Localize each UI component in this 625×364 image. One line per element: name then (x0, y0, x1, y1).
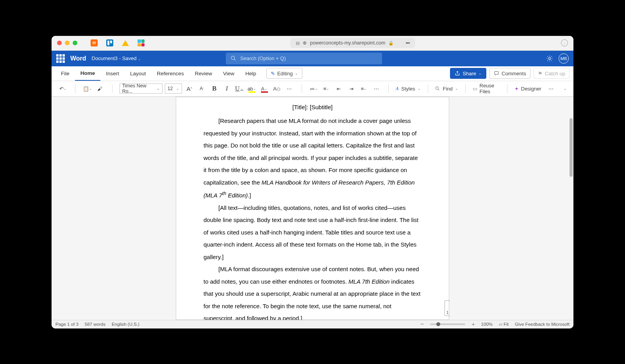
word-header: Word Document3 - Saved ⌄ Search (Option … (52, 51, 573, 66)
document-page[interactable]: [Title]: [Subtitle] [Research papers tha… (176, 97, 449, 320)
svg-line-1 (234, 59, 236, 60)
highlight-button[interactable]: ab⌄ (247, 83, 257, 94)
styles-button[interactable]: 𝐴 Styles⌄ (393, 83, 423, 94)
search-placeholder: Search (Option + Q) (240, 55, 286, 61)
editing-mode-button[interactable]: ✎ Editing ⌄ (266, 68, 303, 79)
underline-button[interactable]: U⌄ (234, 83, 245, 94)
tab-help[interactable]: Help (240, 66, 262, 81)
app-launcher-icon[interactable] (56, 54, 65, 63)
word-count[interactable]: 587 words (85, 322, 105, 327)
mac-titlebar: H ▤ ⊕ powerconcepts-my.sharepoint.com 🔒 … (52, 36, 573, 51)
decrease-indent-button[interactable]: ⇤ (334, 83, 344, 94)
tab-insert[interactable]: Insert (100, 66, 125, 81)
search-icon (230, 55, 236, 61)
catchup-label: Catch up (545, 71, 565, 76)
bold-button[interactable]: B (209, 83, 220, 94)
comments-label: Comments (502, 71, 526, 76)
status-bar: Page 1 of 3 587 words English (U.S.) − +… (52, 320, 573, 328)
user-avatar[interactable]: MB (559, 53, 569, 64)
tab-view[interactable]: View (218, 66, 240, 81)
find-button[interactable]: Find⌄ (432, 83, 460, 94)
reuse-files-button[interactable]: ▭ Reuse Files (470, 83, 502, 94)
zoom-level[interactable]: 100% (481, 322, 493, 327)
svg-point-0 (231, 56, 235, 60)
search-icon (435, 86, 440, 91)
grow-font-button[interactable]: A^ (184, 83, 195, 94)
document-title: [Title]: [Subtitle] (204, 101, 421, 114)
app-window: H ▤ ⊕ powerconcepts-my.sharepoint.com 🔒 … (52, 36, 573, 328)
file-icon: ▭ (473, 86, 477, 92)
clear-format-button[interactable]: A◇ (272, 83, 282, 94)
paragraph-1: [Research papers that use MLA format do … (204, 115, 421, 202)
svg-point-3 (436, 87, 439, 89)
undo-button[interactable]: ↶⌄ (58, 83, 68, 94)
font-size-value: 12 (168, 86, 173, 91)
italic-button[interactable]: I (222, 83, 232, 94)
app-name: Word (70, 55, 86, 62)
font-family-value: Times New Ro... (122, 83, 154, 94)
browser-extension-icons: H (91, 39, 145, 46)
designer-button[interactable]: ✦ Designer (512, 83, 544, 94)
zoom-slider[interactable] (430, 323, 465, 325)
more-font-button[interactable]: ⋯ (284, 83, 295, 94)
increase-indent-button[interactable]: ⇥ (346, 83, 356, 94)
format-painter-button[interactable]: 🖌 (95, 83, 105, 94)
align-button[interactable]: ≡⌄ (359, 83, 369, 94)
vertical-scrollbar[interactable] (570, 118, 573, 177)
extension-h-icon[interactable]: H (91, 39, 98, 46)
search-input[interactable]: Search (Option + Q) (226, 53, 382, 64)
font-size-select[interactable]: 12⌄ (165, 83, 182, 94)
maximize-window-button[interactable] (73, 41, 77, 45)
slack-icon[interactable] (138, 39, 145, 46)
zoom-out-button[interactable]: − (420, 321, 424, 328)
fit-button[interactable]: ▱ Fit (499, 321, 509, 327)
font-color-button[interactable]: A⌄ (259, 83, 270, 94)
url-bar[interactable]: ▤ ⊕ powerconcepts-my.sharepoint.com 🔒 ••… (290, 38, 415, 48)
more-icon[interactable]: ••• (405, 40, 409, 46)
collapse-ribbon-button[interactable]: ⌄ (561, 83, 570, 94)
paste-button[interactable]: 📋⌄ (82, 83, 93, 94)
designer-icon: ✦ (514, 86, 519, 92)
editing-label: Editing (277, 71, 293, 76)
share-label: Share (462, 71, 476, 76)
tab-references[interactable]: References (152, 66, 189, 81)
styles-label: Styles (401, 86, 415, 92)
svg-line-4 (438, 89, 439, 91)
document-name[interactable]: Document3 - Saved ⌄ (92, 55, 141, 61)
share-button[interactable]: Share ⌄ (450, 68, 486, 79)
drive-icon[interactable] (122, 39, 129, 46)
trello-icon[interactable] (106, 39, 113, 46)
page-count[interactable]: Page 1 of 3 (55, 322, 79, 327)
tab-file[interactable]: File (55, 66, 75, 81)
settings-icon[interactable] (546, 55, 553, 62)
paragraph-2: [All text—including titles, quotations, … (204, 202, 421, 263)
feedback-link[interactable]: Give Feedback to Microsoft (515, 322, 570, 327)
tab-home[interactable]: Home (75, 66, 101, 81)
url-text: powerconcepts-my.sharepoint.com (310, 40, 385, 46)
downloads-icon[interactable]: ↓ (561, 39, 568, 46)
font-family-select[interactable]: Times New Ro...⌄ (120, 83, 162, 94)
shrink-font-button[interactable]: Aˇ (197, 83, 207, 94)
globe-icon: ⊕ (303, 40, 307, 46)
paragraph-3: [MLA format discourages extensive use of… (204, 263, 421, 320)
catchup-button[interactable]: ⚑ Catch up (534, 68, 570, 79)
svg-point-2 (548, 57, 550, 59)
language-status[interactable]: English (U.S.) (112, 322, 139, 327)
ribbon-overflow-button[interactable]: ⋯ (547, 83, 555, 94)
more-paragraph-button[interactable]: ⋯ (371, 83, 381, 94)
reuse-label: Reuse Files (480, 83, 500, 94)
tab-layout[interactable]: Layout (125, 66, 152, 81)
zoom-in-button[interactable]: + (471, 321, 475, 327)
comment-icon (494, 71, 499, 76)
comments-button[interactable]: Comments (489, 68, 530, 79)
numbering-button[interactable]: ≡⌄ (321, 83, 331, 94)
close-window-button[interactable] (57, 41, 62, 45)
ribbon-toolbar: ↶⌄ 📋⌄ 🖌 Times New Ro...⌄ 12⌄ A^ Aˇ B I U… (52, 81, 573, 97)
document-canvas: [Title]: [Subtitle] [Research papers tha… (52, 97, 573, 320)
reader-icon: ▤ (296, 41, 300, 46)
find-label: Find (443, 86, 452, 92)
minimize-window-button[interactable] (65, 41, 70, 45)
tab-review[interactable]: Review (189, 66, 218, 81)
bullets-button[interactable]: ≔⌄ (309, 83, 319, 94)
traffic-lights (57, 41, 77, 45)
